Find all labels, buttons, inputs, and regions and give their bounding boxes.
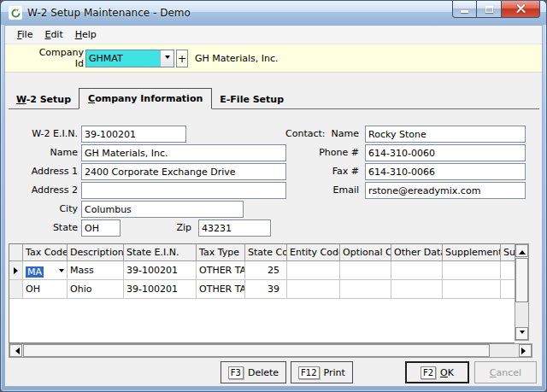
col-state-code[interactable]: State Code	[245, 244, 287, 261]
f3-keycap: F3	[228, 366, 244, 379]
col-supplement[interactable]: Supplement	[443, 244, 501, 261]
fax-field[interactable]	[365, 163, 526, 180]
window-controls	[452, 1, 540, 18]
cell-entity-code[interactable]	[287, 280, 340, 299]
col-other-data[interactable]: Other Data	[391, 244, 443, 261]
company-bar: Company Id GHMAT + GH Materials, Inc.	[5, 44, 542, 73]
company-id-combobox[interactable]: GHMAT	[85, 50, 174, 67]
w2-ein-field[interactable]	[81, 126, 186, 143]
cell-supplement[interactable]	[443, 261, 501, 280]
col-tax-type[interactable]: Tax Type	[197, 244, 245, 261]
cell-tax-type[interactable]: OTHER TAX	[197, 280, 245, 299]
f2-keycap: F2	[421, 366, 436, 379]
cell-other-data[interactable]	[391, 261, 443, 280]
scroll-down-button[interactable]	[515, 327, 528, 340]
cell-tax-code[interactable]: MA	[23, 261, 68, 280]
cell-tax-code[interactable]: OH	[23, 280, 68, 299]
cell-optional-co[interactable]	[340, 261, 391, 280]
add-company-button[interactable]: +	[176, 50, 188, 67]
name-field[interactable]	[81, 144, 286, 161]
cell-other-data[interactable]	[391, 280, 443, 299]
state-field[interactable]	[81, 219, 121, 237]
company-name-text: GH Materials, Inc.	[195, 53, 278, 64]
city-field[interactable]	[81, 201, 244, 218]
contact-prefix-label: Contact:	[285, 128, 326, 139]
current-row-arrow-icon	[14, 267, 21, 274]
company-id-label: Company Id	[34, 47, 84, 69]
menu-help[interactable]: Help	[69, 27, 103, 42]
address1-field[interactable]	[81, 163, 286, 180]
tax-grid: Tax Code Description State E.I.N. Tax Ty…	[9, 243, 515, 343]
phone-field[interactable]	[365, 144, 526, 161]
company-dropdown-button[interactable]	[160, 50, 174, 67]
company-id-value[interactable]: GHMAT	[86, 50, 160, 67]
zip-field[interactable]	[198, 219, 271, 237]
arrow-right-icon	[521, 348, 529, 354]
grid-row-ma[interactable]: MA Mass 39-100201 OTHER TAX 25	[9, 261, 515, 280]
row-selector-icon	[9, 261, 23, 280]
cell-tax-type[interactable]: OTHER TAX	[197, 261, 245, 280]
phone-label: Phone #	[285, 147, 359, 158]
maximize-icon	[485, 6, 493, 13]
cell-description[interactable]: Ohio	[68, 280, 124, 299]
email-field[interactable]	[365, 182, 526, 199]
client-area: File Edit Help Company Id GHMAT + GH Mat…	[4, 25, 543, 387]
arrow-up-icon	[519, 247, 526, 255]
cell-state-code[interactable]: 39	[245, 280, 287, 299]
cancel-button[interactable]: Cancel	[474, 361, 537, 383]
maximize-button[interactable]	[477, 1, 502, 18]
grid-vertical-scrollbar[interactable]	[515, 243, 529, 341]
col-suppl[interactable]: Suppl	[501, 244, 515, 261]
scroll-right-button[interactable]	[519, 344, 532, 357]
cell-description[interactable]: Mass	[68, 261, 124, 280]
menubar: File Edit Help	[5, 26, 542, 44]
grid-header-row: Tax Code Description State E.I.N. Tax Ty…	[9, 244, 515, 261]
titlebar[interactable]: W-2 Setup Maintenance - Demo	[1, 1, 546, 25]
cell-supplement[interactable]	[443, 280, 501, 299]
cell-state-ein[interactable]: 39-100201	[124, 261, 197, 280]
tab-w2-setup[interactable]: W-2 Setup	[9, 91, 79, 108]
col-tax-code[interactable]: Tax Code	[23, 244, 68, 261]
menu-file[interactable]: File	[11, 27, 38, 42]
col-description[interactable]: Description	[68, 244, 124, 261]
print-button-label: Print	[324, 367, 345, 378]
address2-label: Address 2	[5, 184, 78, 196]
tab-company-information[interactable]: Company Information	[79, 88, 212, 109]
horizontal-scroll-thumb[interactable]	[23, 344, 490, 357]
delete-button[interactable]: F3 Delete	[221, 361, 286, 383]
cell-state-ein[interactable]: 39-100201	[124, 280, 197, 299]
col-state-ein[interactable]: State E.I.N.	[124, 244, 197, 261]
scroll-up-button[interactable]	[515, 244, 528, 257]
cell-state-code[interactable]: 25	[245, 261, 287, 280]
contact-name-label: Name	[332, 128, 359, 139]
close-button[interactable]	[502, 1, 540, 18]
vertical-scroll-thumb[interactable]	[515, 258, 528, 302]
row-selector	[9, 280, 23, 299]
address2-field[interactable]	[81, 182, 286, 199]
cell-optional-co[interactable]	[340, 280, 391, 299]
cell-entity-code[interactable]	[287, 261, 340, 280]
app-window: W-2 Setup Maintenance - Demo File Edit H…	[0, 0, 547, 392]
col-optional-co[interactable]: Optional Co	[340, 244, 391, 261]
col-entity-code[interactable]: Entity Code	[287, 244, 340, 261]
cell-dropdown-icon[interactable]	[59, 269, 64, 275]
menu-edit[interactable]: Edit	[38, 27, 68, 42]
selected-cell-text: MA	[26, 266, 44, 278]
grid-row-oh[interactable]: OH Ohio 39-100201 OTHER TAX 39	[9, 280, 515, 299]
cell-suppl[interactable]	[501, 280, 515, 299]
state-label: State	[5, 222, 78, 233]
grid-horizontal-scrollbar[interactable]	[9, 343, 532, 358]
cancel-button-label: Cancel	[490, 367, 521, 378]
tab-strip: W-2 Setup Company Information E-File Set…	[9, 88, 539, 109]
grid-corner-cell	[9, 244, 23, 261]
scroll-left-button[interactable]	[9, 344, 22, 357]
ok-button[interactable]: F2 OK	[405, 361, 469, 383]
contact-name-label-group: Contact: Name	[285, 128, 359, 139]
tab-efile-setup[interactable]: E-File Setup	[212, 91, 291, 108]
contact-name-field[interactable]	[365, 126, 526, 143]
cell-suppl[interactable]	[501, 261, 515, 280]
minimize-button[interactable]	[452, 1, 477, 18]
print-button[interactable]: F12 Print	[291, 361, 353, 383]
swirl-logo-icon	[10, 8, 21, 19]
app-icon	[9, 6, 22, 20]
